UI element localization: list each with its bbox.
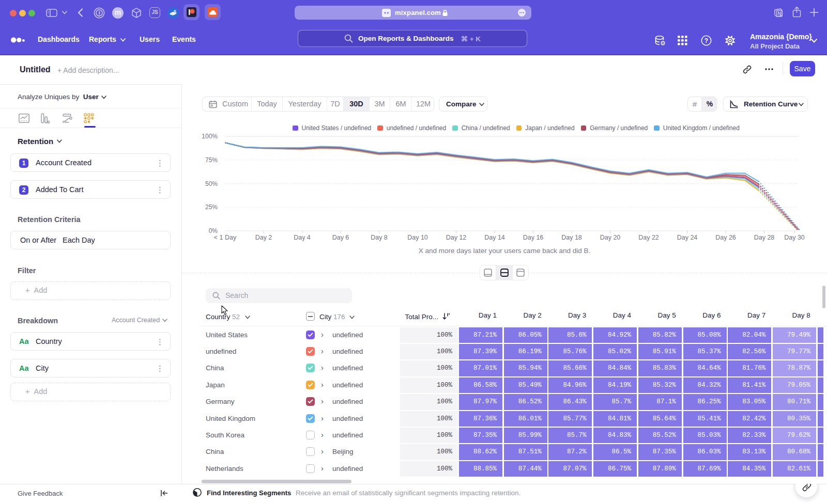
svg-text:Day 30: Day 30	[784, 234, 805, 241]
svg-text:100%: 100%	[202, 133, 218, 140]
svg-text:Day 8: Day 8	[371, 234, 388, 241]
svg-text:Day 18: Day 18	[561, 234, 582, 241]
svg-text:Day 4: Day 4	[294, 234, 311, 241]
svg-text:Day 22: Day 22	[638, 234, 659, 241]
svg-text:Day 10: Day 10	[407, 234, 428, 241]
svg-text:Day 14: Day 14	[484, 234, 505, 241]
svg-text:Day 2: Day 2	[255, 234, 272, 241]
svg-text:50%: 50%	[205, 180, 218, 187]
svg-text:N: N	[777, 11, 781, 17]
svg-text:< 1 Day: < 1 Day	[214, 234, 237, 241]
svg-text:Day 26: Day 26	[715, 234, 736, 241]
svg-text:Day 20: Day 20	[600, 234, 621, 241]
svg-text:0%: 0%	[209, 227, 218, 234]
svg-text:?: ?	[705, 37, 708, 44]
svg-text:75%: 75%	[205, 156, 218, 164]
svg-text:25%: 25%	[205, 203, 218, 211]
svg-text:Day 6: Day 6	[332, 234, 349, 241]
svg-text:Day 16: Day 16	[523, 234, 544, 241]
svg-text:Day 24: Day 24	[677, 234, 698, 241]
svg-text:Day 28: Day 28	[754, 234, 775, 241]
svg-text:Day 12: Day 12	[446, 234, 467, 241]
